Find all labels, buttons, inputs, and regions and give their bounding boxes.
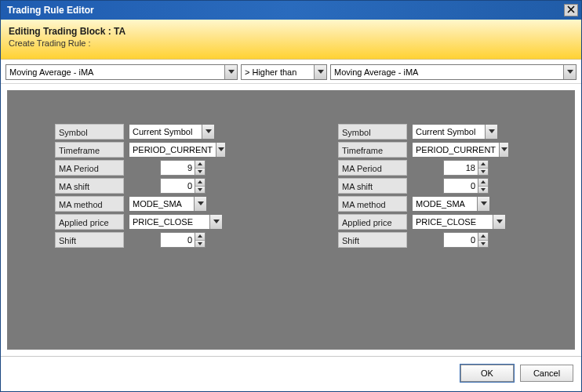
editing-block-title: Editing Trading Block : TA (9, 26, 573, 37)
left-ma-shift-row: MA shift (8, 178, 291, 194)
ma-shift-label: MA shift (55, 178, 124, 194)
titlebar: Trading Rule Editor (1, 1, 581, 20)
left-indicator-select[interactable]: Moving Average - iMA (5, 64, 238, 80)
chevron-down-icon[interactable] (563, 65, 576, 79)
timeframe-label: Timeframe (55, 142, 124, 158)
left-ma-shift-input[interactable] (160, 178, 195, 194)
left-symbol-row: Symbol Current Symbol (8, 124, 291, 140)
ok-button[interactable]: OK (460, 365, 514, 382)
chevron-down-icon[interactable] (478, 240, 488, 248)
chevron-up-icon[interactable] (478, 233, 488, 240)
right-ma-method-row: MA method MODE_SMA (291, 196, 574, 212)
chevron-down-icon[interactable] (195, 186, 205, 194)
ma-method-label: MA method (338, 196, 407, 212)
spinner-buttons[interactable] (195, 232, 206, 248)
chevron-up-icon[interactable] (478, 179, 488, 186)
right-params-column: Symbol Current Symbol Timeframe PERIOD_C… (291, 124, 574, 248)
chevron-up-icon[interactable] (478, 161, 488, 168)
footer: OK Cancel (1, 356, 581, 391)
timeframe-label: Timeframe (338, 142, 407, 158)
right-timeframe-row: Timeframe PERIOD_CURRENT (291, 142, 574, 158)
left-symbol-select[interactable]: Current Symbol (129, 124, 215, 140)
spinner-buttons[interactable] (195, 178, 206, 194)
left-indicator-value: Moving Average - iMA (6, 67, 224, 77)
create-rule-subtitle: Create Trading Rule : (9, 38, 573, 48)
chevron-up-icon[interactable] (195, 233, 205, 240)
right-ma-shift-input[interactable] (443, 178, 478, 194)
chevron-down-icon[interactable] (202, 125, 214, 139)
right-indicator-value: Moving Average - iMA (331, 67, 563, 77)
spinner-buttons[interactable] (195, 160, 206, 176)
chevron-down-icon[interactable] (209, 215, 222, 229)
chevron-down-icon[interactable] (314, 65, 326, 79)
chevron-down-icon[interactable] (195, 168, 205, 176)
chevron-down-icon[interactable] (478, 186, 488, 194)
ma-period-label: MA Period (55, 160, 124, 176)
left-shift-row: Shift (8, 232, 291, 248)
trading-rule-editor-window: Trading Rule Editor Editing Trading Bloc… (0, 0, 582, 392)
spinner-buttons[interactable] (478, 160, 489, 176)
left-timeframe-row: Timeframe PERIOD_CURRENT (8, 142, 291, 158)
left-applied-price-row: Applied price PRICE_CLOSE (8, 214, 291, 230)
ma-shift-label: MA shift (338, 178, 407, 194)
right-ma-period-input[interactable] (443, 160, 478, 176)
chevron-down-icon[interactable] (224, 65, 237, 79)
spinner-buttons[interactable] (478, 178, 489, 194)
chevron-down-icon[interactable] (478, 168, 488, 176)
chevron-down-icon[interactable] (477, 197, 489, 211)
cancel-button[interactable]: Cancel (520, 365, 573, 382)
left-applied-price-select[interactable]: PRICE_CLOSE (129, 214, 223, 230)
spinner-buttons[interactable] (478, 232, 489, 248)
left-ma-period-input[interactable] (160, 160, 195, 176)
chevron-down-icon[interactable] (485, 125, 497, 139)
chevron-down-icon[interactable] (493, 215, 505, 229)
right-ma-method-select[interactable]: MODE_SMA (412, 196, 490, 212)
chevron-down-icon[interactable] (216, 143, 225, 157)
comparator-select[interactable]: > Higher than (241, 64, 327, 80)
right-applied-price-row: Applied price PRICE_CLOSE (291, 214, 574, 230)
chevron-up-icon[interactable] (195, 161, 205, 168)
left-params-column: Symbol Current Symbol Timeframe PERIOD_C… (8, 124, 291, 248)
shift-label: Shift (338, 232, 407, 248)
comparator-value: > Higher than (242, 67, 314, 77)
right-timeframe-select[interactable]: PERIOD_CURRENT (412, 142, 509, 158)
shift-label: Shift (55, 232, 124, 248)
header-banner: Editing Trading Block : TA Create Tradin… (1, 20, 581, 60)
parameter-panel: Symbol Current Symbol Timeframe PERIOD_C… (7, 90, 575, 350)
chevron-up-icon[interactable] (195, 179, 205, 186)
right-ma-period-row: MA Period (291, 160, 574, 176)
right-applied-price-select[interactable]: PRICE_CLOSE (412, 214, 506, 230)
left-ma-method-select[interactable]: MODE_SMA (129, 196, 207, 212)
chevron-down-icon[interactable] (499, 143, 508, 157)
right-symbol-select[interactable]: Current Symbol (412, 124, 498, 140)
indicator-selection-row: Moving Average - iMA > Higher than Movin… (1, 60, 581, 84)
ma-method-label: MA method (55, 196, 124, 212)
close-icon[interactable] (564, 4, 578, 16)
chevron-down-icon[interactable] (194, 197, 206, 211)
window-title: Trading Rule Editor (7, 5, 94, 16)
right-indicator-select[interactable]: Moving Average - iMA (330, 64, 577, 80)
ma-period-label: MA Period (338, 160, 407, 176)
right-shift-input[interactable] (443, 232, 478, 248)
body-area: Symbol Current Symbol Timeframe PERIOD_C… (1, 84, 581, 356)
right-ma-shift-row: MA shift (291, 178, 574, 194)
right-symbol-row: Symbol Current Symbol (291, 124, 574, 140)
symbol-label: Symbol (338, 124, 407, 140)
left-ma-period-row: MA Period (8, 160, 291, 176)
right-shift-row: Shift (291, 232, 574, 248)
left-ma-method-row: MA method MODE_SMA (8, 196, 291, 212)
applied-price-label: Applied price (338, 214, 407, 230)
chevron-down-icon[interactable] (195, 240, 205, 248)
applied-price-label: Applied price (55, 214, 124, 230)
left-timeframe-select[interactable]: PERIOD_CURRENT (129, 142, 226, 158)
left-shift-input[interactable] (160, 232, 195, 248)
symbol-label: Symbol (55, 124, 124, 140)
